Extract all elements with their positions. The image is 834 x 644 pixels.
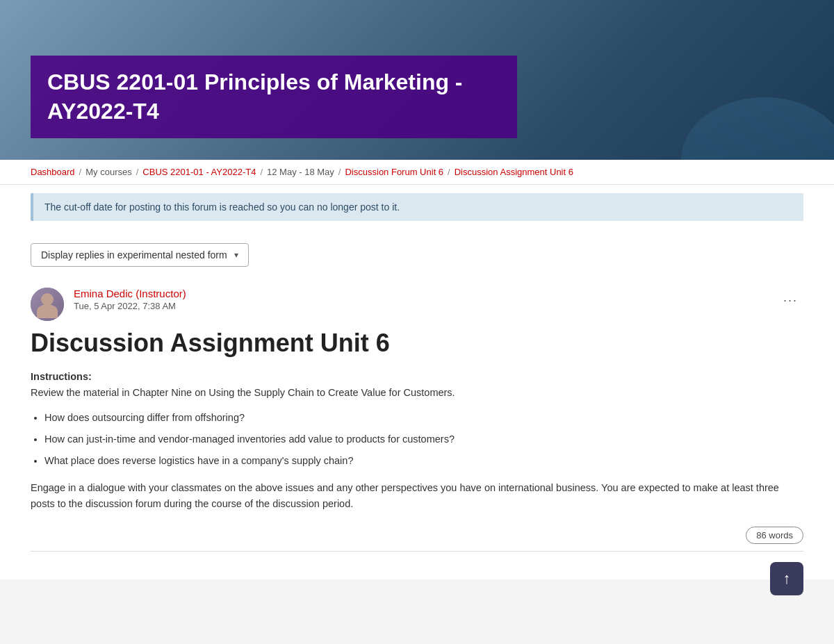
- breadcrumb-dashboard[interactable]: Dashboard: [31, 167, 75, 177]
- list-item: How can just-in-time and vendor-managed …: [44, 431, 803, 447]
- breadcrumb-sep-1: /: [79, 167, 82, 177]
- post-header: Emina Dedic (Instructor) Tue, 5 Apr 2022…: [31, 288, 803, 321]
- post-title: Discussion Assignment Unit 6: [31, 328, 803, 358]
- instructions-label: Instructions:: [31, 371, 92, 382]
- arrow-up-icon: ↑: [783, 570, 791, 579]
- breadcrumb-sep-5: /: [448, 167, 450, 177]
- avatar: [31, 288, 64, 321]
- avatar-image: [31, 288, 64, 321]
- hero-title-box: CBUS 2201-01 Principles of Marketing - A…: [31, 56, 517, 138]
- list-item: What place does reverse logistics have i…: [44, 453, 803, 469]
- post-intro: Review the material in Chapter Nine on U…: [31, 387, 455, 398]
- breadcrumb-forum[interactable]: Discussion Forum Unit 6: [345, 167, 443, 177]
- chevron-down-icon: ▾: [234, 250, 238, 260]
- breadcrumb-course[interactable]: CBUS 2201-01 - AY2022-T4: [142, 167, 256, 177]
- list-item: How does outsourcing differ from offshor…: [44, 410, 803, 426]
- post-date: Tue, 5 Apr 2022, 7:38 AM: [74, 301, 186, 311]
- discussion-area: Emina Dedic (Instructor) Tue, 5 Apr 2022…: [0, 274, 834, 579]
- breadcrumb-date-range: 12 May - 18 May: [267, 167, 334, 177]
- breadcrumb-sep-4: /: [338, 167, 341, 177]
- page-wrapper: CBUS 2201-01 Principles of Marketing - A…: [0, 0, 834, 579]
- replies-display-dropdown[interactable]: Display replies in experimental nested f…: [31, 243, 249, 267]
- cutoff-alert: The cut-off date for posting to this for…: [31, 193, 803, 221]
- breadcrumb-sep-2: /: [136, 167, 139, 177]
- post-conclusion: Engage in a dialogue with your classmate…: [31, 480, 803, 512]
- word-count-area: 86 words: [31, 527, 803, 544]
- discussion-bullets: How does outsourcing differ from offshor…: [44, 410, 803, 470]
- scroll-to-top-button[interactable]: ↑: [770, 562, 803, 579]
- more-options-icon: ...: [783, 290, 798, 304]
- alert-text: The cut-off date for posting to this for…: [44, 201, 400, 213]
- hero-banner: CBUS 2201-01 Principles of Marketing - A…: [0, 0, 834, 160]
- breadcrumb-assignment[interactable]: Discussion Assignment Unit 6: [455, 167, 573, 177]
- post-body: Instructions: Review the material in Cha…: [31, 369, 803, 512]
- breadcrumb-sep-3: /: [260, 167, 263, 177]
- word-count-badge: 86 words: [746, 527, 803, 544]
- replies-dropdown-container: Display replies in experimental nested f…: [0, 229, 834, 274]
- page-title: CBUS 2201-01 Principles of Marketing - A…: [47, 68, 500, 126]
- post-actions-menu[interactable]: ...: [778, 288, 803, 308]
- post-divider: [31, 551, 803, 552]
- post-meta: Emina Dedic (Instructor) Tue, 5 Apr 2022…: [74, 288, 186, 311]
- breadcrumb: Dashboard / My courses / CBUS 2201-01 - …: [0, 160, 834, 185]
- breadcrumb-my-courses: My courses: [85, 167, 131, 177]
- author-link[interactable]: Emina Dedic (Instructor): [74, 288, 186, 299]
- replies-dropdown-label: Display replies in experimental nested f…: [41, 249, 227, 261]
